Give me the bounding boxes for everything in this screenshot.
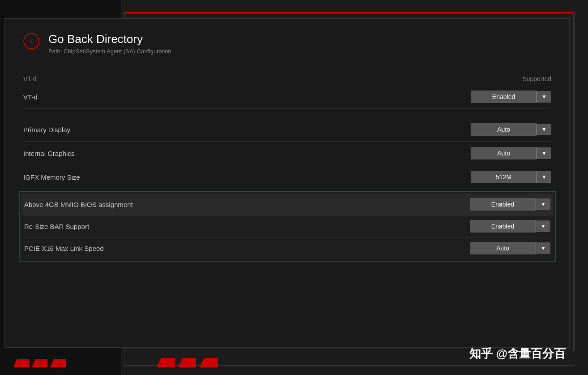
primary-display-arrow: ▼: [536, 124, 551, 135]
back-icon: [28, 38, 35, 45]
content-panel: Go Back Directory Path: ChipSet\System A…: [4, 18, 570, 348]
resize-bar-dropdown[interactable]: Enabled ▼: [470, 220, 550, 233]
vtd-arrow: ▼: [536, 91, 551, 103]
resize-bar-label: Re-Size BAR Support: [24, 223, 89, 230]
frame-right-line: [573, 12, 575, 351]
pcie-x16-arrow: ▼: [536, 242, 550, 254]
vtd-value: Enabled: [471, 91, 536, 103]
settings-area: VT-d Supported VT-d Enabled ▼ Primary Di…: [23, 73, 551, 262]
pcie-x16-row[interactable]: PCIE X16 Max Link Speed Auto ▼: [24, 237, 550, 259]
bottom-step-3: [200, 358, 218, 367]
pcie-x16-value: Auto: [470, 242, 536, 254]
igfx-memory-value: 512M: [471, 171, 536, 183]
above-4gb-row[interactable]: Above 4GB MMIO BIOS assignment Enabled ▼: [21, 194, 553, 215]
igfx-memory-arrow: ▼: [536, 171, 551, 183]
primary-display-label: Primary Display: [23, 126, 70, 134]
back-button[interactable]: [23, 33, 39, 49]
go-back-title: Go Back Directory: [48, 32, 172, 46]
frame-top-line: [155, 12, 530, 13]
above-4gb-dropdown[interactable]: Enabled ▼: [470, 198, 550, 211]
igfx-memory-label: IGFX Memory Size: [23, 173, 80, 181]
igfx-memory-dropdown[interactable]: 512M ▼: [471, 171, 551, 183]
igfx-memory-row: IGFX Memory Size 512M ▼: [23, 165, 551, 189]
internal-graphics-label: Internal Graphics: [23, 150, 74, 157]
vtd-setting-row: VT-d Enabled ▼: [23, 85, 551, 109]
resize-bar-arrow: ▼: [536, 220, 550, 232]
bottom-decoration: [157, 358, 218, 367]
vtd-setting-label: VT-d: [23, 93, 38, 101]
vtd-dropdown[interactable]: Enabled ▼: [471, 91, 551, 103]
vtd-label: VT-d: [23, 75, 37, 82]
primary-display-dropdown[interactable]: Auto ▼: [471, 123, 551, 136]
go-back-header: Go Back Directory Path: ChipSet\System A…: [23, 32, 551, 55]
internal-graphics-value: Auto: [471, 147, 536, 159]
bottom-step-2: [178, 358, 196, 367]
bottom-step-1: [157, 358, 175, 367]
primary-display-row: Primary Display Auto ▼: [23, 118, 551, 142]
internal-graphics-dropdown[interactable]: Auto ▼: [471, 147, 551, 159]
pcie-x16-label: PCIE X16 Max Link Speed: [24, 245, 104, 252]
vtd-label-row: VT-d Supported: [23, 73, 551, 85]
go-back-path: Path: ChipSet\System Agent (SA) Configur…: [48, 48, 172, 55]
above-4gb-value: Enabled: [470, 198, 536, 211]
sidebar-bottom-decoration: [13, 359, 66, 367]
internal-graphics-arrow: ▼: [536, 147, 551, 159]
primary-display-value: Auto: [471, 123, 536, 136]
resize-bar-row[interactable]: Re-Size BAR Support Enabled ▼: [24, 215, 550, 237]
above-4gb-label: Above 4GB MMIO BIOS assignment: [24, 201, 133, 208]
highlighted-section: Above 4GB MMIO BIOS assignment Enabled ▼…: [19, 191, 556, 262]
pcie-x16-dropdown[interactable]: Auto ▼: [470, 242, 550, 254]
go-back-text: Go Back Directory Path: ChipSet\System A…: [48, 32, 172, 55]
internal-graphics-row: Internal Graphics Auto ▼: [23, 142, 551, 165]
resize-bar-value: Enabled: [470, 220, 536, 233]
above-4gb-arrow: ▼: [536, 198, 550, 210]
vtd-status: Supported: [522, 75, 551, 82]
watermark: 知乎 @含量百分百: [469, 346, 566, 362]
